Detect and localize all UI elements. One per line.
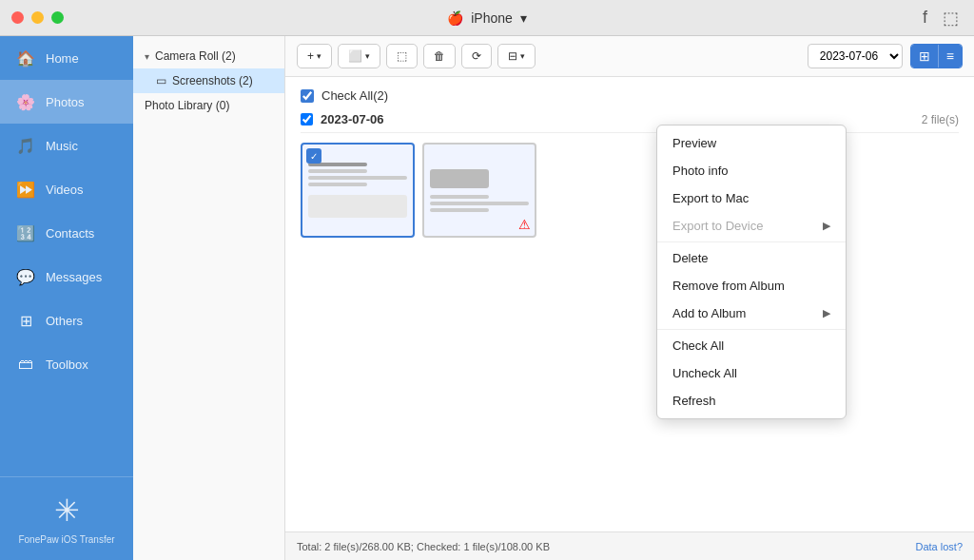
export-device-button[interactable]: ⬚: [386, 44, 418, 68]
title-bar: 🍎 iPhone ▾ f ⬚: [0, 0, 974, 36]
status-text: Total: 2 file(s)/268.00 KB; Checked: 1 f…: [297, 541, 550, 552]
export-mac-chevron: ▾: [365, 51, 370, 61]
ctx-remove-album-label: Remove from Album: [672, 279, 785, 293]
minimize-button[interactable]: [31, 11, 44, 24]
ctx-export-mac[interactable]: Export to Mac: [657, 184, 846, 212]
date-group-text: 2023-07-06: [321, 112, 384, 126]
chevron-down-icon[interactable]: ▾: [520, 10, 527, 26]
ctx-export-mac-label: Export to Mac: [672, 191, 749, 205]
thumb-footer: [308, 195, 407, 218]
apple-icon: 🍎: [447, 10, 463, 26]
ctx-uncheck-all-label: Uncheck All: [672, 366, 737, 380]
ctx-arrow-icon: ▶: [823, 220, 830, 232]
ctx-check-all-label: Check All: [672, 338, 724, 353]
sidebar-item-contacts[interactable]: 🔢 Contacts: [0, 211, 133, 255]
date-filter-select[interactable]: 2023-07-06: [808, 44, 903, 68]
main-layout: 🏠 Home 🌸 Photos 🎵 Music ⏩ Videos 🔢 Conta…: [0, 36, 974, 560]
more-button[interactable]: ⊟ ▾: [497, 44, 536, 68]
more-icon: ⊟: [508, 49, 517, 63]
sidebar: 🏠 Home 🌸 Photos 🎵 Music ⏩ Videos 🔢 Conta…: [0, 36, 133, 560]
add-icon: +: [307, 49, 314, 63]
ctx-check-all[interactable]: Check All: [657, 332, 846, 359]
ctx-delete[interactable]: Delete: [657, 244, 846, 272]
sidebar-item-music[interactable]: 🎵 Music: [0, 124, 133, 167]
tree-item-screenshots[interactable]: ▭ Screenshots (2): [133, 68, 284, 93]
app-name-label: FonePaw iOS Transfer: [18, 534, 114, 545]
photo-grid: ✓ ⚠: [301, 143, 959, 238]
sidebar-label-toolbox: Toolbox: [46, 357, 88, 372]
tree-label-screenshots: Screenshots (2): [172, 74, 253, 87]
export-mac-button[interactable]: ⬜ ▾: [338, 44, 380, 68]
tree-item-photo-library[interactable]: Photo Library (0): [133, 93, 284, 118]
ctx-add-album[interactable]: Add to Album ▶: [657, 299, 846, 327]
title-right-icons: f ⬚: [923, 8, 959, 29]
delete-icon: 🗑: [434, 49, 445, 63]
sidebar-item-others[interactable]: ⊞ Others: [0, 299, 133, 342]
tree-item-camera-roll[interactable]: ▾ Camera Roll (2): [133, 44, 284, 68]
sidebar-item-messages[interactable]: 💬 Messages: [0, 255, 133, 299]
ctx-refresh[interactable]: Refresh: [657, 387, 846, 415]
more-chevron: ▾: [520, 51, 525, 61]
refresh-icon: ⟳: [472, 49, 481, 63]
close-button[interactable]: [11, 11, 24, 24]
photo-check-1: ✓: [306, 148, 321, 164]
date-group-checkbox[interactable]: [301, 113, 313, 126]
add-chevron: ▾: [317, 51, 321, 61]
thumb-header: [430, 169, 489, 188]
traffic-lights: [11, 11, 64, 24]
tree-toggle-camera-roll: ▾: [145, 51, 149, 62]
ctx-photo-info[interactable]: Photo info: [657, 157, 846, 184]
music-icon: 🎵: [15, 135, 36, 156]
export-device-icon: ⬚: [397, 49, 407, 63]
sidebar-item-home[interactable]: 🏠 Home: [0, 36, 133, 80]
grid-view-button[interactable]: ⊞: [911, 45, 939, 68]
home-icon: 🏠: [15, 48, 36, 68]
ctx-preview[interactable]: Preview: [657, 129, 846, 157]
ctx-export-device-label: Export to Device: [672, 219, 763, 233]
toolbar-right: 2023-07-06 ⊞ ≡: [808, 44, 963, 68]
export-mac-icon: ⬜: [348, 49, 362, 63]
device-name: iPhone: [471, 10, 513, 26]
fullscreen-button[interactable]: [51, 11, 64, 24]
tree-label-camera-roll: Camera Roll (2): [155, 49, 236, 63]
ctx-refresh-label: Refresh: [672, 394, 716, 408]
ctx-export-device: Export to Device ▶: [657, 212, 846, 240]
thumb-line: [308, 183, 367, 186]
photo-preview-1: [302, 157, 413, 223]
toolbar: + ▾ ⬜ ▾ ⬚ 🗑 ⟳ ⊟ ▾ 2023-07-06: [285, 36, 974, 77]
status-bar: Total: 2 file(s)/268.00 KB; Checked: 1 f…: [285, 531, 974, 560]
add-button[interactable]: + ▾: [297, 44, 332, 68]
ctx-uncheck-all[interactable]: Uncheck All: [657, 359, 846, 387]
ctx-photo-info-label: Photo info: [672, 164, 729, 178]
ctx-remove-album[interactable]: Remove from Album: [657, 272, 846, 299]
refresh-button[interactable]: ⟳: [461, 44, 492, 68]
sidebar-label-photos: Photos: [46, 95, 84, 109]
sidebar-label-contacts: Contacts: [46, 226, 94, 241]
tree-icon-screenshots: ▭: [156, 74, 166, 87]
delete-button[interactable]: 🗑: [423, 44, 456, 68]
ctx-divider-2: [657, 329, 846, 330]
sidebar-item-photos[interactable]: 🌸 Photos: [0, 80, 133, 124]
list-view-button[interactable]: ≡: [939, 45, 962, 68]
ctx-add-album-arrow: ▶: [823, 307, 830, 319]
message-icon[interactable]: ⬚: [943, 8, 959, 29]
messages-icon: 💬: [15, 266, 36, 287]
sidebar-item-videos[interactable]: ⏩ Videos: [0, 167, 133, 211]
check-all-checkbox[interactable]: [301, 89, 314, 103]
tree-label-photo-library: Photo Library (0): [145, 99, 229, 112]
sidebar-label-others: Others: [46, 314, 83, 328]
photo-thumb-2[interactable]: ⚠: [422, 143, 536, 238]
photos-icon: 🌸: [15, 91, 36, 112]
ctx-preview-label: Preview: [672, 136, 716, 150]
sidebar-label-home: Home: [46, 51, 79, 66]
snowflake-icon: ✳: [54, 492, 80, 529]
photo-thumb-1[interactable]: ✓: [301, 143, 415, 238]
facebook-icon[interactable]: f: [923, 8, 927, 29]
data-lost-link[interactable]: Data lost?: [915, 541, 963, 552]
file-tree-panel: ▾ Camera Roll (2) ▭ Screenshots (2) Phot…: [133, 36, 285, 560]
toolbox-icon: 🗃: [15, 354, 36, 375]
sidebar-item-toolbox[interactable]: 🗃 Toolbox: [0, 342, 133, 386]
thumb-line: [308, 176, 407, 180]
date-label: 2023-07-06: [301, 112, 384, 126]
date-group-header: 2023-07-06 2 file(s): [301, 112, 959, 133]
